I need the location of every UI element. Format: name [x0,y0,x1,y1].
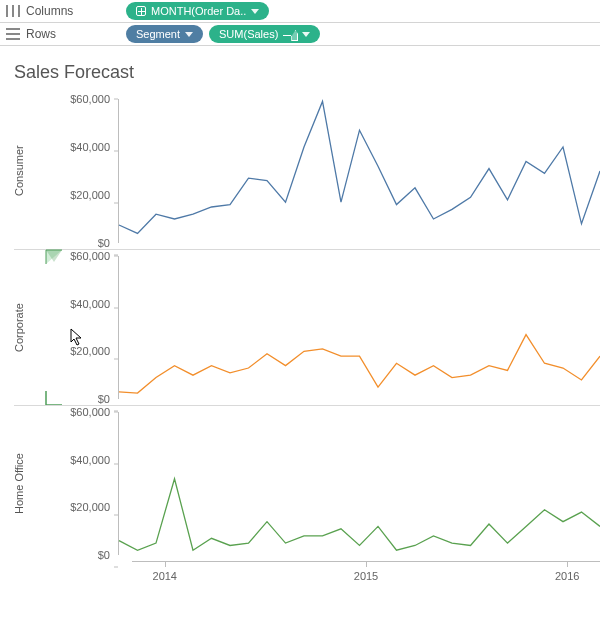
y-tick-label: $60,000 [52,250,114,262]
chart-panel: Home Office$0$20,000$40,000$60,000 [14,405,600,561]
pill-month-order-date[interactable]: MONTH(Order Da.. [126,2,269,20]
plus-icon [136,6,146,16]
y-tick-label: $40,000 [52,454,114,466]
columns-icon [6,5,20,17]
columns-label: Columns [26,4,73,18]
line-series [119,479,600,551]
plot[interactable] [118,99,600,243]
y-tick-label: $20,000 [52,501,114,513]
line-series [119,101,600,233]
segment-label: Consumer [12,93,26,249]
rows-label: Rows [26,27,56,41]
chart-panel: Consumer$0$20,000$40,000$60,000 [14,93,600,249]
chevron-down-icon [185,32,193,37]
segment-label: Home Office [12,406,26,561]
segment-label: Corporate [12,250,26,405]
svg-rect-0 [6,5,8,17]
forecast-icon [283,28,297,40]
rows-icon [6,28,20,40]
x-axis: 201420152016 [132,561,600,591]
pill-label: MONTH(Order Da.. [151,5,246,17]
plot[interactable] [118,256,600,399]
page-title: Sales Forecast [0,46,600,93]
chart-panel: Corporate$0$20,000$40,000$60,000 [14,249,600,405]
svg-rect-2 [18,5,20,17]
pill-label: SUM(Sales) [219,28,278,40]
y-tick-label: $0 [52,237,114,249]
y-tick-label: $20,000 [52,345,114,357]
line-series [119,335,600,393]
rows-shelf[interactable]: Rows Segment SUM(Sales) [0,23,600,46]
x-tick-label: 2014 [153,570,177,582]
chart-area: Consumer$0$20,000$40,000$60,000Corporate… [0,93,600,591]
columns-shelf[interactable]: Columns MONTH(Order Da.. [0,0,600,23]
pill-sum-sales[interactable]: SUM(Sales) [209,25,320,43]
svg-rect-1 [12,5,14,17]
chevron-down-icon [251,9,259,14]
svg-rect-5 [6,38,20,40]
y-tick-label: $60,000 [52,406,114,418]
svg-rect-3 [6,28,20,30]
y-tick-label: $20,000 [52,189,114,201]
x-tick-label: 2016 [555,570,579,582]
x-tick-label: 2015 [354,570,378,582]
pill-label: Segment [136,28,180,40]
y-tick-label: $0 [52,393,114,405]
chevron-down-icon [302,32,310,37]
y-tick-label: $40,000 [52,141,114,153]
y-tick-label: $60,000 [52,93,114,105]
plot[interactable] [118,412,600,555]
pill-segment[interactable]: Segment [126,25,203,43]
y-tick-label: $0 [52,549,114,561]
y-tick-label: $40,000 [52,298,114,310]
svg-rect-4 [6,33,20,35]
